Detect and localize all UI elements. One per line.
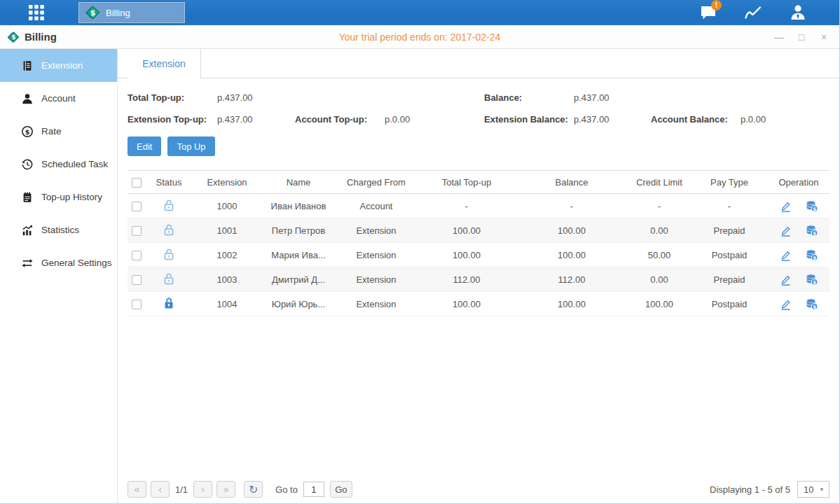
edit-row-icon[interactable] (779, 224, 792, 237)
top-up-button[interactable]: Top Up (167, 136, 214, 156)
taskbar-tab-billing[interactable]: Billing (78, 2, 185, 23)
statistics-icon (21, 224, 34, 237)
cell-balance: 100.00 (516, 225, 628, 236)
cell-charged-from: Extension (335, 299, 418, 309)
cell-pay-type: - (691, 201, 768, 211)
sidebar-item-general-settings[interactable]: General Settings (0, 246, 117, 279)
page-indicator: 1/1 (175, 484, 188, 495)
first-page-button[interactable]: « (128, 481, 146, 498)
extension-icon (21, 59, 34, 72)
tab-strip: Extension (118, 49, 839, 78)
cell-charged-from: Extension (335, 225, 418, 236)
taskbar: Billing ! (0, 0, 839, 25)
notifications-button[interactable]: ! (696, 3, 720, 22)
chevron-left-icon: ‹ (158, 484, 162, 495)
cell-credit-limit: 0.00 (628, 274, 691, 285)
cell-total-topup: 112.00 (418, 274, 516, 285)
lock-open-icon (162, 198, 176, 212)
edit-button[interactable]: Edit (128, 136, 161, 156)
top-up-row-icon[interactable] (805, 248, 819, 262)
sidebar-item-label: Statistics (41, 225, 79, 235)
cell-charged-from: Extension (335, 250, 418, 260)
cell-name: Петр Петров (262, 225, 335, 236)
taskbar-tab-label: Billing (106, 8, 130, 18)
lock-open-icon (162, 223, 176, 237)
chevron-down-icon: ▼ (819, 486, 825, 493)
edit-row-icon[interactable] (779, 200, 792, 213)
table-row: 1002 Мария Ива... Extension 100.00 100.0… (128, 243, 829, 267)
window-title-text: Billing (25, 31, 57, 43)
sidebar-item-label: Account (41, 93, 76, 104)
page-size-select[interactable]: 10 ▼ (797, 481, 829, 498)
summary-value: p.437.00 (217, 92, 253, 103)
general-settings-icon (21, 257, 34, 270)
cell-extension: 1003 (192, 274, 262, 285)
billing-diamond-icon (85, 5, 100, 20)
top-up-row-icon[interactable] (805, 273, 819, 286)
sidebar: Extension Account Rate Scheduled Task To… (0, 49, 118, 503)
row-checkbox[interactable] (132, 251, 142, 260)
edit-row-icon[interactable] (779, 298, 792, 311)
cell-extension: 1001 (192, 225, 262, 236)
refresh-button[interactable]: ↻ (244, 481, 263, 498)
app-launcher-button[interactable] (24, 4, 49, 21)
column-header-status: Status (146, 177, 192, 188)
next-page-button[interactable]: › (193, 481, 212, 498)
resource-monitor-button[interactable] (741, 3, 765, 22)
sidebar-item-rate[interactable]: Rate (0, 115, 117, 148)
double-chevron-right-icon: » (223, 484, 229, 495)
close-icon[interactable]: × (818, 31, 829, 43)
column-header-pay-type: Pay Type (691, 177, 768, 188)
top-up-row-icon[interactable] (805, 298, 819, 311)
summary-extension-topup: Extension Top-up:p.437.00 (128, 114, 295, 125)
sidebar-item-label: Scheduled Task (41, 159, 108, 169)
column-header-balance: Balance (516, 177, 628, 188)
sidebar-item-topup-history[interactable]: Top-up History (0, 181, 117, 214)
displaying-count: Displaying 1 - 5 of 5 (710, 484, 790, 495)
row-checkbox[interactable] (132, 226, 142, 236)
lock-open-icon (162, 247, 176, 261)
main-content: Extension Total Top-up:p.437.00 Balance:… (118, 49, 839, 503)
cell-balance: 100.00 (516, 250, 628, 260)
maximize-icon[interactable]: □ (796, 31, 807, 43)
prev-page-button[interactable]: ‹ (151, 481, 170, 498)
cell-name: Иван Иванов (262, 201, 335, 211)
row-checkbox[interactable] (132, 300, 142, 309)
trial-notice: Your trial period ends on: 2017-02-24 (0, 31, 839, 43)
sidebar-item-label: Extension (41, 60, 83, 71)
cell-total-topup: 100.00 (418, 299, 516, 309)
app-window: Billing ! Billing Your trial period ends… (0, 0, 840, 504)
sidebar-item-extension[interactable]: Extension (0, 49, 117, 82)
go-button[interactable]: Go (330, 481, 352, 498)
summary-extension-balance: Extension Balance:p.437.00 (484, 114, 651, 125)
edit-row-icon[interactable] (779, 248, 792, 262)
sidebar-item-account[interactable]: Account (0, 82, 117, 115)
window-controls: — □ × (773, 31, 829, 43)
last-page-button[interactable]: » (216, 481, 235, 498)
user-menu-button[interactable] (786, 3, 810, 22)
column-header-credit-limit: Credit Limit (628, 177, 691, 188)
minimize-icon[interactable]: — (773, 31, 785, 43)
table-row: 1000 Иван Иванов Account - - - - (128, 194, 829, 218)
edit-row-icon[interactable] (779, 273, 792, 286)
cell-extension: 1000 (192, 201, 262, 211)
table-row: 1001 Петр Петров Extension 100.00 100.00… (128, 218, 829, 243)
sidebar-item-scheduled-task[interactable]: Scheduled Task (0, 148, 117, 181)
select-all-checkbox[interactable] (132, 178, 142, 188)
tab-extension[interactable]: Extension (128, 49, 201, 78)
row-checkbox[interactable] (132, 275, 142, 285)
sidebar-item-statistics[interactable]: Statistics (0, 214, 117, 246)
summary-label: Account Top-up: (295, 114, 385, 125)
column-header-extension: Extension (192, 177, 262, 188)
summary-label: Extension Balance: (484, 114, 574, 125)
top-up-row-icon[interactable] (805, 224, 819, 237)
summary-value: p.437.00 (217, 114, 253, 125)
goto-page-input[interactable] (303, 482, 324, 497)
table-row: 1003 Дмитрий Д... Extension 112.00 112.0… (128, 267, 829, 292)
column-header-charged-from: Charged From (335, 177, 418, 188)
top-up-row-icon[interactable] (805, 200, 819, 213)
cell-name: Юрий Юрь... (262, 299, 335, 309)
sidebar-item-label: Top-up History (41, 192, 102, 202)
cell-pay-type: Postpaid (691, 250, 768, 260)
row-checkbox[interactable] (132, 202, 142, 211)
